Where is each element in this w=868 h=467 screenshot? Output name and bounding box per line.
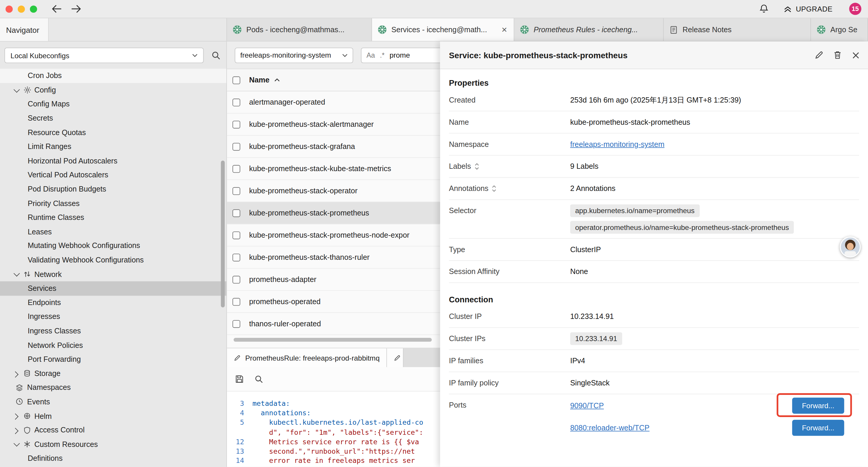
row-checkbox[interactable] — [232, 121, 240, 128]
name-column-header[interactable]: Name — [249, 76, 280, 84]
sidebar-item-network[interactable]: Network — [0, 267, 226, 282]
port-forward-button[interactable]: Forward... — [792, 397, 844, 413]
code-line: Metrics service error rate is {{ $va — [252, 437, 419, 446]
tab-argo[interactable]: Argo Se — [811, 18, 868, 41]
maximize-window-button[interactable] — [30, 5, 37, 12]
back-icon[interactable] — [52, 5, 62, 13]
sidebar-item-network-policies[interactable]: Network Policies — [0, 338, 226, 352]
sidebar-item-runtime-classes[interactable]: Runtime Classes — [0, 210, 226, 225]
row-checkbox[interactable] — [232, 320, 240, 327]
editor-search-icon[interactable] — [254, 375, 264, 384]
sidebar-item-leases[interactable]: Leases — [0, 225, 226, 239]
regex-toggle[interactable]: .* — [380, 51, 385, 59]
chevron-right-icon — [12, 370, 20, 377]
sidebar-search-icon[interactable] — [211, 51, 221, 61]
sidebar-item-config[interactable]: Config — [0, 83, 226, 97]
sidebar-item-resource-quotas[interactable]: Resource Quotas — [0, 125, 226, 140]
sidebar-item-ingress-classes[interactable]: Ingress Classes — [0, 324, 226, 338]
kubeconfig-select[interactable]: Local Kubeconfigs — [4, 48, 204, 63]
port-link[interactable]: 8080:reloader-web/TCP — [570, 423, 650, 432]
sidebar-item-cron-jobs[interactable]: Cron Jobs — [0, 68, 226, 83]
expand-collapse-icon[interactable] — [492, 185, 497, 192]
tab-prometheus-rules[interactable]: Prometheus Rules - icecheng... — [514, 18, 664, 41]
editor-tabs: Pods - icecheng@mathmas... Services - ic… — [227, 18, 868, 41]
port-forward-button[interactable]: Forward... — [792, 419, 844, 435]
save-icon[interactable] — [235, 375, 244, 384]
storage-icon — [23, 369, 32, 378]
sidebar-item-config-maps[interactable]: Config Maps — [0, 97, 226, 111]
sidebar-item-priority-classes[interactable]: Priority Classes — [0, 196, 226, 210]
select-all-checkbox[interactable] — [232, 76, 240, 84]
namespace-link[interactable]: freeleaps-monitoring-system — [570, 140, 664, 148]
sidebar-item-horizontal-pod-autoscalers[interactable]: Horizontal Pod Autoscalers — [0, 154, 226, 168]
expand-collapse-icon[interactable] — [474, 163, 479, 170]
minimize-window-button[interactable] — [18, 5, 25, 12]
row-checkbox[interactable] — [232, 143, 240, 150]
sidebar-item-secrets[interactable]: Secrets — [0, 111, 226, 125]
close-tab-icon[interactable]: × — [500, 25, 508, 34]
tab-pods[interactable]: Pods - icecheng@mathmas... — [227, 18, 372, 41]
code-line: error rate in freeleaps metrics ser — [252, 456, 415, 465]
code-line: second.","runbook_url":"https://net — [252, 446, 415, 456]
row-checkbox[interactable] — [232, 209, 240, 217]
labels-count[interactable]: 9 Labels — [570, 162, 598, 171]
dock-tab-prometheusrule[interactable]: PrometheusRule: freeleaps-prod-rabbitmq — [227, 348, 387, 368]
sidebar-item-endpoints[interactable]: Endpoints — [0, 296, 226, 310]
edit-resource-icon[interactable] — [814, 51, 824, 60]
row-checkbox[interactable] — [232, 298, 240, 305]
close-drawer-icon[interactable] — [851, 51, 860, 59]
row-checkbox[interactable] — [232, 165, 240, 172]
navigator-header: Navigator — [0, 18, 227, 41]
sidebar-item-storage[interactable]: Storage — [0, 366, 226, 380]
sidebar-item-mutating-webhook-configurations[interactable]: Mutating Webhook Configurations — [0, 239, 226, 253]
tab-release-notes[interactable]: Release Notes — [664, 18, 811, 41]
sidebar-item-definitions[interactable]: Definitions — [0, 451, 226, 466]
sidebar-item-port-forwarding[interactable]: Port Forwarding — [0, 352, 226, 366]
sidebar-item-namespaces[interactable]: Namespaces — [0, 380, 226, 395]
code-line: kubectl.kubernetes.io/last-applied-co — [252, 418, 423, 428]
namespace-select[interactable]: freeleaps-monitoring-system — [235, 47, 353, 63]
row-checkbox[interactable] — [232, 187, 240, 195]
row-checkbox[interactable] — [232, 231, 240, 239]
sidebar-item-events[interactable]: Events — [0, 395, 226, 409]
annotations-count[interactable]: 2 Annotations — [570, 184, 615, 193]
dock-tab-next[interactable] — [387, 348, 403, 368]
match-case-toggle[interactable]: Aa — [366, 51, 375, 59]
delete-resource-icon[interactable] — [833, 51, 842, 60]
cluster-ip-badge: 10.233.14.91 — [570, 332, 622, 345]
row-checkbox[interactable] — [232, 98, 240, 106]
kubernetes-cluster-icon — [816, 25, 826, 34]
notifications-bell-icon[interactable] — [759, 4, 769, 14]
upgrade-button[interactable]: UPGRADE — [783, 4, 833, 13]
line-number — [227, 428, 252, 437]
forward-icon[interactable] — [71, 5, 82, 13]
property-row-created: Created 253d 16h 6m ago (2025年1月13日 GMT+… — [449, 89, 859, 111]
chevron-down-icon — [12, 440, 20, 448]
property-row-ports: Ports 9090/TCP Forward... 8080:reloader-… — [449, 394, 859, 439]
sidebar-item-vertical-pod-autoscalers[interactable]: Vertical Pod Autoscalers — [0, 168, 226, 182]
sidebar-item-services[interactable]: Services — [0, 282, 226, 296]
sidebar-item-limit-ranges[interactable]: Limit Ranges — [0, 140, 226, 154]
user-avatar[interactable] — [840, 236, 861, 258]
property-row-name: Name kube-prometheus-stack-prometheus — [449, 111, 859, 134]
sidebar-item-helm[interactable]: Helm — [0, 409, 226, 423]
row-checkbox[interactable] — [232, 275, 240, 283]
sidebar-item-pod-disruption-budgets[interactable]: Pod Disruption Budgets — [0, 182, 226, 196]
chevron-down-icon — [342, 54, 348, 57]
upgrade-label: UPGRADE — [796, 5, 833, 13]
row-checkbox[interactable] — [232, 253, 240, 261]
tab-services[interactable]: Services - icecheng@math... × — [372, 18, 514, 41]
sidebar-scrollbar[interactable] — [221, 160, 225, 308]
close-window-button[interactable] — [6, 5, 13, 12]
sidebar-item-access-control[interactable]: Access Control — [0, 423, 226, 437]
port-link[interactable]: 9090/TCP — [570, 401, 604, 409]
navigator-panel-tab[interactable]: Navigator — [0, 18, 49, 41]
sidebar-item-ingresses[interactable]: Ingresses — [0, 310, 226, 324]
release-notes-icon — [669, 25, 678, 34]
sidebar-item-custom-resources[interactable]: Custom Resources — [0, 437, 226, 451]
network-icon — [23, 270, 32, 279]
custom-resources-icon — [23, 440, 32, 449]
sidebar-item-validating-webhook-configurations[interactable]: Validating Webhook Configurations — [0, 253, 226, 267]
notification-count-badge[interactable]: 15 — [849, 3, 861, 15]
horizontal-scrollbar[interactable] — [234, 338, 432, 342]
